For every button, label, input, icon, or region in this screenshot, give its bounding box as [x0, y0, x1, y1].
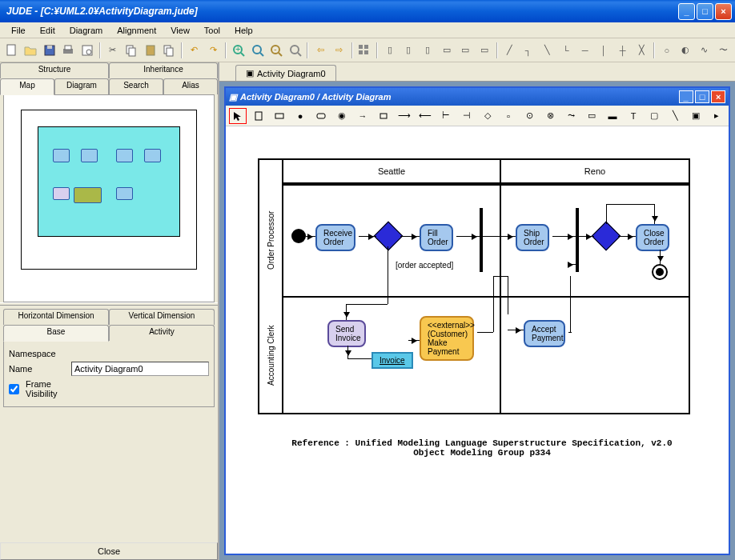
doc-min-button[interactable]: _ — [679, 90, 693, 103]
save-icon[interactable] — [42, 43, 57, 58]
align-right-icon[interactable]: ▯ — [420, 43, 435, 58]
line5-icon[interactable]: ─ — [578, 43, 592, 58]
tool-frame[interactable]: ▣ — [687, 108, 705, 124]
tab-map[interactable]: Map — [0, 78, 54, 95]
activity-receive[interactable]: Receive Order — [315, 224, 355, 251]
menu-view[interactable]: View — [164, 24, 196, 37]
tab-base[interactable]: Base — [3, 325, 109, 342]
zoomfit-icon[interactable] — [288, 43, 303, 58]
line1-icon[interactable]: ╱ — [503, 43, 517, 58]
tool-anchor[interactable]: ╲ — [666, 108, 684, 124]
diagram-canvas[interactable]: Seattle Reno Order Processor Accounting … — [226, 126, 729, 554]
align-top-icon[interactable]: ▭ — [440, 43, 454, 58]
copy2-icon[interactable] — [163, 43, 177, 58]
menu-alignment[interactable]: Alignment — [110, 24, 163, 37]
final-node[interactable] — [652, 264, 668, 280]
object-invoice[interactable]: Invoice — [372, 352, 413, 369]
align-center-icon[interactable]: ▯ — [402, 43, 416, 58]
map-preview-panel[interactable] — [3, 94, 215, 302]
grid-icon[interactable] — [358, 43, 372, 58]
decision-node-1[interactable] — [374, 222, 404, 251]
new-icon[interactable] — [5, 43, 19, 58]
doc-close-button[interactable]: × — [711, 90, 725, 103]
align-left-icon[interactable]: ▯ — [383, 43, 397, 58]
tool-pointer[interactable] — [229, 108, 247, 124]
decision-node-2[interactable] — [592, 222, 621, 251]
name-input[interactable] — [71, 362, 209, 376]
undo-icon[interactable]: ↶ — [187, 43, 202, 58]
initial-node[interactable] — [291, 229, 306, 243]
align-bottom-icon[interactable]: ▭ — [477, 43, 492, 58]
redo-icon[interactable]: ↷ — [207, 43, 221, 58]
tool-fork[interactable]: ⊢ — [437, 108, 455, 124]
tool-more[interactable]: ▸ — [708, 108, 725, 124]
tab-activity[interactable]: Activity — [109, 325, 215, 341]
preview-icon[interactable] — [80, 43, 94, 58]
doc-max-button[interactable]: □ — [695, 90, 709, 103]
activity-fill[interactable]: Fill Order — [420, 224, 453, 251]
tool-connector[interactable]: ⊙ — [520, 108, 538, 124]
tool-flow[interactable]: → — [354, 108, 372, 124]
activity-accept-payment[interactable]: Accept Payment — [524, 320, 565, 347]
line3-icon[interactable]: ╲ — [540, 43, 555, 58]
tool-accept[interactable]: ⟵ — [416, 108, 434, 124]
minimize-button[interactable]: _ — [678, 3, 695, 20]
tool-object[interactable] — [375, 108, 392, 124]
zoomin-icon[interactable]: + — [231, 43, 246, 58]
doc-tab-activity[interactable]: ▣ Activity Diagram0 — [235, 65, 336, 81]
tool-action[interactable] — [312, 108, 330, 124]
tool-send[interactable]: ⟶ — [396, 108, 413, 124]
maximize-button[interactable]: □ — [697, 3, 713, 20]
menu-help[interactable]: Help — [228, 24, 259, 37]
framevis-checkbox[interactable] — [9, 384, 19, 394]
zoom100-icon[interactable] — [251, 43, 265, 58]
tab-inheritance[interactable]: Inheritance — [109, 62, 218, 78]
shape2-icon[interactable]: ◐ — [679, 43, 693, 58]
tool-node1[interactable]: ▭ — [583, 108, 600, 124]
paste-icon[interactable] — [143, 43, 158, 58]
menu-tool[interactable]: Tool — [198, 24, 227, 37]
tool-partition-h[interactable] — [271, 108, 288, 124]
tool-dep[interactable]: ⤳ — [562, 108, 580, 124]
forward-icon[interactable]: ⇨ — [332, 43, 347, 58]
fork-bar-1[interactable] — [480, 208, 483, 272]
shape1-icon[interactable]: ○ — [660, 43, 674, 58]
tool-partition-v[interactable] — [250, 108, 267, 124]
close-button[interactable]: × — [715, 3, 732, 20]
tool-final[interactable]: ◉ — [333, 108, 351, 124]
line7-icon[interactable]: ┼ — [616, 43, 630, 58]
activity-send-invoice[interactable]: Send Invoice — [327, 320, 366, 347]
close-panel-button[interactable]: Close — [0, 542, 218, 560]
shape4-icon[interactable]: 〜 — [717, 43, 731, 58]
tab-structure[interactable]: Structure — [0, 62, 109, 78]
tool-node2[interactable]: ▬ — [604, 108, 621, 124]
activity-ship[interactable]: Ship Order — [516, 224, 549, 251]
tab-vdim[interactable]: Vertical Dimension — [109, 309, 215, 325]
back-icon[interactable]: ⇦ — [313, 43, 327, 58]
tab-diagram[interactable]: Diagram — [54, 78, 109, 94]
open-icon[interactable] — [24, 43, 38, 58]
zoomout-icon[interactable]: - — [269, 43, 283, 58]
menu-edit[interactable]: Edit — [34, 24, 62, 37]
line6-icon[interactable]: │ — [596, 43, 611, 58]
tab-alias[interactable]: Alias — [163, 78, 218, 94]
tool-note[interactable]: ▢ — [645, 108, 663, 124]
menu-file[interactable]: File — [5, 24, 32, 37]
tool-flowfinal[interactable]: ⊗ — [541, 108, 559, 124]
tab-hdim[interactable]: Horizontal Dimension — [3, 309, 109, 325]
line2-icon[interactable]: ┐ — [521, 43, 536, 58]
tool-pin[interactable]: ▫ — [500, 108, 517, 124]
tool-text[interactable]: T — [625, 108, 642, 124]
cut-icon[interactable]: ✂ — [106, 43, 120, 58]
tool-merge[interactable]: ◇ — [479, 108, 496, 124]
tab-search[interactable]: Search — [109, 78, 163, 94]
activity-close[interactable]: Close Order — [636, 224, 669, 251]
line8-icon[interactable]: ╳ — [634, 43, 649, 58]
activity-make-payment[interactable]: <<external>> (Customer) Make Payment — [420, 316, 474, 361]
menu-diagram[interactable]: Diagram — [63, 24, 110, 37]
shape3-icon[interactable]: ∿ — [697, 43, 712, 58]
line4-icon[interactable]: └ — [559, 43, 573, 58]
align-middle-icon[interactable]: ▭ — [458, 43, 472, 58]
copy-icon[interactable] — [124, 43, 139, 58]
print-icon[interactable] — [62, 43, 76, 58]
